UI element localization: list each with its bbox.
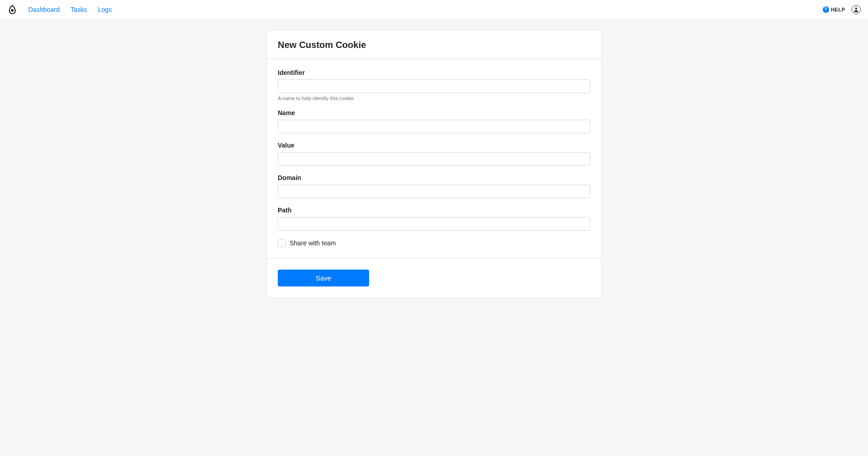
- form-group-name: Name: [278, 109, 590, 133]
- page-title: New Custom Cookie: [278, 40, 590, 50]
- navbar-right: ? HELP: [823, 5, 861, 14]
- value-label: Value: [278, 142, 590, 149]
- identifier-hint: A name to help identify this cookie: [278, 95, 590, 101]
- save-button[interactable]: Save: [278, 270, 369, 286]
- card-footer: Save: [267, 259, 601, 297]
- domain-input[interactable]: [278, 185, 590, 198]
- form-group-share: Share with team: [278, 239, 590, 247]
- path-label: Path: [278, 207, 590, 214]
- path-input[interactable]: [278, 217, 590, 231]
- share-checkbox[interactable]: [278, 239, 286, 247]
- svg-point-2: [855, 7, 857, 10]
- help-link[interactable]: ? HELP: [823, 6, 845, 13]
- form-group-identifier: Identifier A name to help identify this …: [278, 69, 590, 101]
- form-group-path: Path: [278, 207, 590, 231]
- main-container: New Custom Cookie Identifier A name to h…: [266, 30, 602, 298]
- value-input[interactable]: [278, 152, 590, 166]
- identifier-label: Identifier: [278, 69, 590, 76]
- nav-dashboard[interactable]: Dashboard: [28, 6, 60, 13]
- navbar-left: Dashboard Tasks Logs: [7, 5, 112, 15]
- card-body: Identifier A name to help identify this …: [267, 59, 601, 259]
- help-label: HELP: [831, 7, 845, 12]
- svg-point-0: [11, 9, 14, 12]
- form-group-domain: Domain: [278, 174, 590, 198]
- avatar[interactable]: [852, 5, 861, 14]
- svg-point-1: [10, 6, 10, 6]
- card-header: New Custom Cookie: [267, 31, 601, 59]
- nav-logs[interactable]: Logs: [98, 6, 111, 13]
- name-input[interactable]: [278, 120, 590, 133]
- navbar: Dashboard Tasks Logs ? HELP: [0, 0, 868, 19]
- domain-label: Domain: [278, 174, 590, 181]
- name-label: Name: [278, 109, 590, 117]
- share-label[interactable]: Share with team: [290, 239, 336, 247]
- nav-tasks[interactable]: Tasks: [71, 6, 87, 13]
- form-card: New Custom Cookie Identifier A name to h…: [266, 30, 602, 298]
- help-icon: ?: [823, 6, 829, 13]
- form-group-value: Value: [278, 142, 590, 166]
- identifier-input[interactable]: [278, 80, 590, 93]
- logo-icon[interactable]: [7, 5, 17, 15]
